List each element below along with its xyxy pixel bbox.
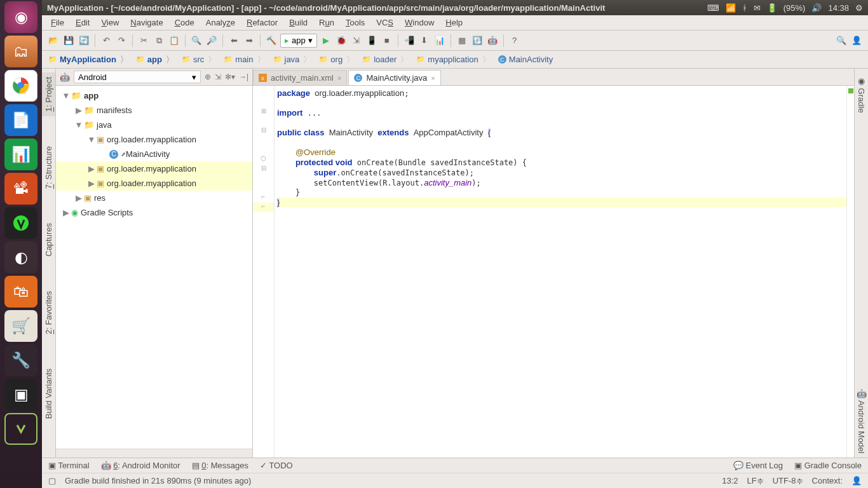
menu-refactor[interactable]: Refactor xyxy=(243,18,281,27)
attach-icon[interactable]: ⇲ xyxy=(350,34,363,47)
menu-edit[interactable]: Edit xyxy=(72,18,93,27)
menu-navigate[interactable]: Navigate xyxy=(126,18,166,27)
device-icon[interactable]: 📱 xyxy=(365,34,378,47)
devel-icon[interactable]: ◐ xyxy=(4,241,37,273)
code-editor[interactable]: package org.loader.myapplication; import… xyxy=(275,86,846,458)
sync-icon[interactable]: 🔄 xyxy=(78,34,90,47)
crumb-app[interactable]: 📁app xyxy=(133,52,179,67)
mail-icon[interactable]: ✉ xyxy=(754,3,761,13)
search-icon[interactable]: 🔍 xyxy=(835,34,848,47)
project-view-combo[interactable]: Android▾ xyxy=(74,71,201,83)
find-icon[interactable]: 🔍 xyxy=(190,34,203,47)
crumb-project[interactable]: 📁MyApplication xyxy=(46,52,133,67)
android-icon[interactable]: 🤖 xyxy=(486,34,499,47)
close-tab-icon[interactable]: × xyxy=(431,74,435,82)
tree-hscroll[interactable] xyxy=(56,449,252,458)
sdk-icon[interactable]: ⬇ xyxy=(418,34,431,47)
debug-icon[interactable]: 🐞 xyxy=(335,34,348,47)
tab-project[interactable]: 1: Project xyxy=(42,72,55,116)
caret-pos[interactable]: 13:2 xyxy=(722,476,738,485)
tab-android-model[interactable]: 🤖 Android Model xyxy=(855,384,867,458)
line-ending[interactable]: LF≑ xyxy=(747,476,764,485)
crumb-main[interactable]: 📁main xyxy=(221,52,270,67)
cut-icon[interactable]: ✂ xyxy=(137,34,150,47)
encoding[interactable]: UTF-8≑ xyxy=(773,476,803,485)
running-app-icon[interactable] xyxy=(4,413,37,445)
tab-gradle[interactable]: ◉ Gradle xyxy=(855,72,867,117)
menu-file[interactable]: File xyxy=(47,18,68,27)
calc-icon[interactable]: 📊 xyxy=(4,139,37,170)
editor-gutter[interactable]: ⊞⊟ ⬡⊟⌐⌐ xyxy=(253,86,275,458)
menu-code[interactable]: Code xyxy=(171,18,198,27)
tab-todo[interactable]: ✓ TODO xyxy=(260,461,293,470)
make-icon[interactable]: 🔨 xyxy=(265,34,278,47)
bluetooth-icon[interactable]: ᚼ xyxy=(742,3,747,13)
monitor-icon[interactable]: 📊 xyxy=(433,34,446,47)
volume-icon[interactable]: 🔊 xyxy=(811,3,822,13)
hector-icon[interactable]: 👤 xyxy=(851,476,862,485)
settings-gear-icon[interactable]: ✻▾ xyxy=(225,72,235,81)
menu-build[interactable]: Build xyxy=(285,18,311,27)
tab-mainactivity[interactable]: CMainActivity.java× xyxy=(348,70,440,85)
menu-analyze[interactable]: Analyze xyxy=(202,18,239,27)
context[interactable]: Context: xyxy=(812,476,843,485)
files-icon[interactable]: 🗂 xyxy=(4,36,37,67)
dash-icon[interactable]: ◉ xyxy=(4,1,37,33)
tab-terminal[interactable]: ▣ Terminal xyxy=(48,461,90,470)
menu-help[interactable]: Help xyxy=(442,18,466,27)
chrome-icon[interactable] xyxy=(4,70,37,102)
android-studio-icon[interactable] xyxy=(4,207,37,239)
tab-activity-main[interactable]: xactivity_main.xml× xyxy=(253,70,347,85)
crumb-pkg[interactable]: 📁myapplication xyxy=(414,52,496,67)
copy-icon[interactable]: ⧉ xyxy=(153,34,165,47)
hide-icon[interactable]: →| xyxy=(239,72,248,81)
structure-icon[interactable]: ▦ xyxy=(456,34,468,47)
stop-icon[interactable]: ■ xyxy=(381,34,393,47)
tab-structure[interactable]: 7: Structure xyxy=(42,142,55,193)
undo-icon[interactable]: ↶ xyxy=(100,34,112,47)
open-icon[interactable]: 📂 xyxy=(47,34,60,47)
settings-icon[interactable]: 🔧 xyxy=(4,344,37,376)
wifi-icon[interactable]: 📶 xyxy=(726,3,736,13)
forward-icon[interactable]: ➡ xyxy=(243,34,255,47)
redo-icon[interactable]: ↷ xyxy=(115,34,128,47)
collapse-icon[interactable]: ⇲ xyxy=(215,72,221,81)
crumb-java[interactable]: 📁java xyxy=(271,52,317,67)
crumb-src[interactable]: 📁src xyxy=(179,52,221,67)
software-icon[interactable]: 🛒 xyxy=(4,310,37,342)
close-tab-icon[interactable]: × xyxy=(337,74,341,82)
run-icon[interactable]: ▶ xyxy=(320,34,332,47)
tab-favorites[interactable]: 2: Favorites xyxy=(42,287,55,339)
clock[interactable]: 14:38 xyxy=(828,3,849,13)
project-tree[interactable]: ▼📁app ▶📁manifests ▼📁java ▼▣org.loader.my… xyxy=(56,86,252,449)
session-icon[interactable]: ⚙ xyxy=(855,3,863,13)
scroll-from-source-icon[interactable]: ⊕ xyxy=(205,72,211,81)
tab-messages[interactable]: ▤ 0: Messages xyxy=(192,461,248,470)
error-stripe[interactable] xyxy=(846,86,854,458)
software-center-icon[interactable]: 🛍 xyxy=(4,276,37,308)
run-config-combo[interactable]: ▸app▾ xyxy=(280,34,317,48)
menu-run[interactable]: Run xyxy=(315,18,338,27)
paste-icon[interactable]: 📋 xyxy=(168,34,180,47)
menu-window[interactable]: Window xyxy=(401,18,438,27)
tab-android-monitor[interactable]: 🤖 6: Android Monitor xyxy=(101,461,180,470)
menu-vcs[interactable]: VCS xyxy=(372,18,397,27)
tab-captures[interactable]: Captures xyxy=(42,219,55,261)
writer-icon[interactable]: 📄 xyxy=(4,104,37,136)
tab-build-variants[interactable]: Build Variants xyxy=(42,364,55,423)
tab-event-log[interactable]: 💬 Event Log xyxy=(733,461,783,470)
crumb-loader[interactable]: 📁loader xyxy=(360,52,414,67)
save-icon[interactable]: 💾 xyxy=(62,34,75,47)
tab-gradle-console[interactable]: ▣ Gradle Console xyxy=(794,461,862,470)
crumb-org[interactable]: 📁org xyxy=(316,52,360,67)
battery-icon[interactable]: 🔋 xyxy=(767,3,777,13)
back-icon[interactable]: ⬅ xyxy=(227,34,240,47)
avd-icon[interactable]: 📲 xyxy=(403,34,416,47)
terminal-icon[interactable]: ▣ xyxy=(4,379,37,410)
user-icon[interactable]: 👤 xyxy=(850,34,863,47)
crumb-class[interactable]: CMainActivity xyxy=(496,52,562,67)
replace-icon[interactable]: 🔎 xyxy=(205,34,218,47)
impress-icon[interactable]: 📽 xyxy=(4,173,37,205)
keyboard-icon[interactable]: ⌨ xyxy=(707,3,719,13)
help-icon[interactable]: ? xyxy=(508,34,521,47)
